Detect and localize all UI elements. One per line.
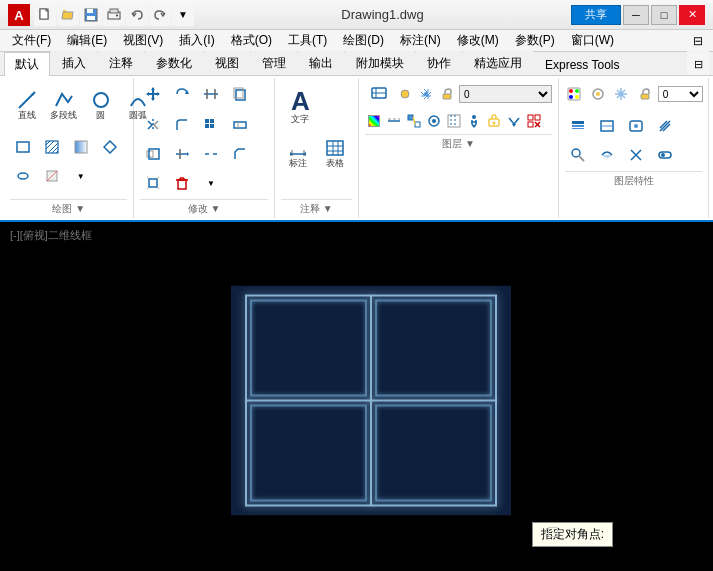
menu-param[interactable]: 参数(P) (507, 30, 563, 51)
circle-button[interactable]: 圆 (83, 80, 119, 130)
layer-color-button[interactable] (365, 112, 383, 130)
undo-button[interactable] (126, 4, 148, 26)
layer-on-button[interactable] (587, 80, 609, 108)
layer-lock2-button[interactable] (634, 80, 656, 108)
tab-annotate[interactable]: 注释 (98, 51, 144, 75)
props-btn5[interactable] (564, 141, 592, 169)
layer-delete-button[interactable] (525, 112, 543, 130)
svg-rect-7 (110, 9, 118, 13)
tab-insert[interactable]: 插入 (51, 51, 97, 75)
wipe-button[interactable] (38, 162, 66, 190)
tab-addon[interactable]: 附加模块 (345, 51, 415, 75)
menu-edit[interactable]: 编辑(E) (59, 30, 115, 51)
workspace-dropdown[interactable]: ▼ (172, 4, 194, 26)
fillet-button[interactable] (168, 111, 196, 139)
title-bar-left: A ▼ (8, 4, 194, 26)
svg-rect-5 (87, 16, 95, 20)
delete-button[interactable] (168, 169, 196, 197)
menu-expand-button[interactable]: ⊟ (687, 30, 709, 52)
props-btn6[interactable] (593, 141, 621, 169)
color-indicator[interactable] (564, 80, 586, 108)
plot-button[interactable] (103, 4, 125, 26)
menu-view[interactable]: 视图(V) (115, 30, 171, 51)
modify-expand-button[interactable]: ▼ (197, 169, 225, 197)
new-button[interactable] (34, 4, 56, 26)
canvas-area: [-][俯视]二维线框 指定对角点: (0, 222, 713, 571)
layer-select[interactable]: 0 (459, 85, 552, 103)
props-btn2[interactable] (593, 112, 621, 140)
break-button[interactable] (197, 140, 225, 168)
scale-button[interactable] (139, 140, 167, 168)
explode-button[interactable] (139, 169, 167, 197)
menu-draw[interactable]: 绘图(D) (335, 30, 392, 51)
menu-file[interactable]: 文件(F) (4, 30, 59, 51)
open-button[interactable] (57, 4, 79, 26)
line-button[interactable]: 直线 (9, 80, 45, 130)
redo-button[interactable] (149, 4, 171, 26)
table-button[interactable]: 表格 (317, 128, 353, 178)
maximize-button[interactable]: □ (651, 5, 677, 25)
close-button[interactable]: ✕ (679, 5, 705, 25)
props-btn3[interactable] (622, 112, 650, 140)
rect-button[interactable] (9, 133, 37, 161)
modify-group-label: 修改 ▼ (140, 199, 267, 216)
layer-merge-button[interactable] (505, 112, 523, 130)
menu-format[interactable]: 格式(O) (223, 30, 280, 51)
layer-freeze-button[interactable] (416, 85, 436, 103)
props-btn1[interactable] (564, 112, 592, 140)
menu-insert[interactable]: 插入(I) (171, 30, 222, 51)
props-btn4[interactable] (651, 112, 679, 140)
tab-selectapps[interactable]: 精选应用 (463, 51, 533, 75)
layer-linetype-button[interactable] (385, 112, 403, 130)
menu-tools[interactable]: 工具(T) (280, 30, 335, 51)
layer-walk-button[interactable] (465, 112, 483, 130)
gradient-button[interactable] (67, 133, 95, 161)
layer-state-button[interactable] (395, 85, 415, 103)
tab-output[interactable]: 输出 (298, 51, 344, 75)
tab-expresstools[interactable]: Express Tools (534, 54, 630, 75)
svg-point-20 (18, 173, 28, 179)
tab-parameterize[interactable]: 参数化 (145, 51, 203, 75)
props-btn7[interactable] (622, 141, 650, 169)
menu-window[interactable]: 窗口(W) (563, 30, 622, 51)
layer-unisolate-button[interactable] (485, 112, 503, 130)
title-bar-title: Drawing1.dwg (341, 7, 423, 22)
ribbon-pin-button[interactable]: ⊟ (687, 53, 709, 75)
text-button[interactable]: A 文字 (280, 80, 320, 130)
arc-button[interactable]: 圆弧 (120, 80, 156, 130)
dim-button[interactable]: 标注 (280, 128, 316, 178)
tab-default[interactable]: 默认 (4, 52, 50, 76)
save-button[interactable] (80, 4, 102, 26)
polyline-button[interactable]: 多段线 (46, 80, 82, 130)
menu-modify[interactable]: 修改(M) (449, 30, 507, 51)
props-btn8[interactable] (651, 141, 679, 169)
tab-view[interactable]: 视图 (204, 51, 250, 75)
array-button[interactable] (197, 111, 225, 139)
layer-select2[interactable]: 0 (658, 86, 704, 102)
layer-freeze-vp-button[interactable] (445, 112, 463, 130)
layer-properties-button[interactable] (365, 80, 393, 108)
menu-dim[interactable]: 标注(N) (392, 30, 449, 51)
trim-button[interactable] (197, 80, 225, 108)
draw-expand-button[interactable]: ▼ (67, 162, 95, 190)
drawing-canvas[interactable] (231, 285, 511, 515)
boundary-button[interactable] (96, 133, 124, 161)
layer-match-button[interactable] (405, 112, 423, 130)
rotate-button[interactable] (168, 80, 196, 108)
copy-button[interactable] (226, 80, 254, 108)
layer-lock-button[interactable] (437, 85, 457, 103)
stretch-button[interactable] (226, 111, 254, 139)
tab-collab[interactable]: 协作 (416, 51, 462, 75)
layer-freeze2-button[interactable] (611, 80, 633, 108)
title-bar-controls: 共享 ─ □ ✕ (571, 5, 705, 25)
minimize-button[interactable]: ─ (623, 5, 649, 25)
svg-rect-37 (234, 122, 246, 128)
chamfer-button[interactable] (226, 140, 254, 168)
region-button[interactable] (9, 162, 37, 190)
hatch-button[interactable] (38, 133, 66, 161)
svg-rect-33 (205, 119, 209, 123)
tab-manage[interactable]: 管理 (251, 51, 297, 75)
extend-button[interactable] (168, 140, 196, 168)
layer-isolate-button[interactable] (425, 112, 443, 130)
share-button[interactable]: 共享 (571, 5, 621, 25)
